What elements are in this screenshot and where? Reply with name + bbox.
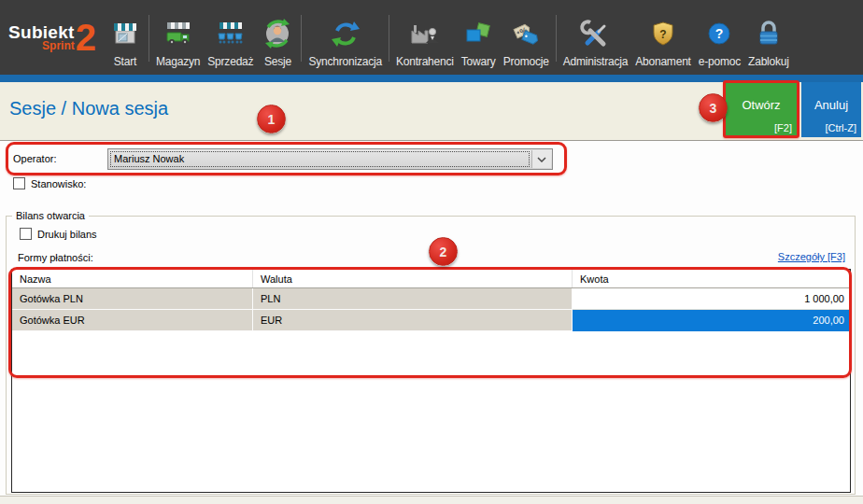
column-header-kwota[interactable]: Kwota — [573, 270, 850, 287]
tools-icon — [578, 16, 612, 53]
toolbar-separator — [301, 15, 302, 62]
truck-store-icon — [162, 16, 195, 53]
toolbar-kontrahenci-label: Kontrahenci — [396, 55, 454, 68]
shield-question-icon: ? — [646, 16, 680, 53]
accent-strip — [0, 75, 863, 82]
toolbar-abonament-label: Abonament — [635, 55, 691, 68]
toolbar-towary-label: Towary — [461, 55, 496, 68]
svg-text:?: ? — [659, 28, 666, 41]
toolbar-administracja-label: Administracja — [563, 55, 628, 68]
open-session-button[interactable]: Otwórz [F2] — [726, 82, 797, 137]
cell-waluta[interactable]: EUR — [253, 310, 573, 331]
payment-forms-table[interactable]: Nazwa Waluta Kwota Gotówka PLN PLN 1 000… — [11, 269, 851, 493]
table-row[interactable]: Gotówka PLN PLN 1 000,00 — [12, 288, 850, 310]
cancel-button-shortcut: [Ctrl-Z] — [825, 122, 856, 133]
toolbar-zablokuj[interactable]: Zablokuj — [744, 0, 793, 75]
price-tags-icon: % — [509, 16, 543, 53]
store-carts-icon — [214, 16, 248, 53]
toolbar-start-label: Start — [114, 55, 136, 68]
user-sync-icon — [261, 16, 294, 53]
svg-text:?: ? — [715, 26, 724, 41]
toolbar-magazyn-label: Magazyn — [156, 55, 200, 68]
szczegoly-link[interactable]: Szczegóły [F3] — [778, 251, 845, 262]
cancel-button[interactable]: Anuluj [Ctrl-Z] — [801, 82, 861, 137]
toolbar-synchronizacja-label: Synchronizacja — [308, 55, 382, 68]
factory-person-icon — [408, 16, 442, 53]
toolbar-towary[interactable]: Towary — [458, 0, 500, 75]
operator-label: Operator: — [13, 153, 56, 164]
cell-waluta[interactable]: PLN — [253, 288, 573, 310]
operator-dropdown-value: Mariusz Nowak — [114, 153, 184, 164]
cancel-button-label: Anuluj — [801, 98, 861, 112]
toolbar-sesje-label: Sesje — [264, 55, 291, 68]
toolbar-kontrahenci[interactable]: Kontrahenci — [392, 0, 458, 75]
cell-kwota[interactable]: 1 000,00 — [573, 288, 850, 310]
app-window: Subiekt Sprint 2 Start — [0, 0, 863, 504]
column-header-nazwa[interactable]: Nazwa — [12, 270, 253, 287]
operator-dropdown[interactable]: Mariusz Nowak — [107, 148, 553, 170]
formy-platnosci-label: Formy płatności: — [18, 252, 93, 263]
annotation-badge-1: 1 — [257, 105, 286, 133]
session-form: Operator: Mariusz Nowak Stanowisko: Bila… — [0, 142, 863, 496]
stanowisko-row: Stanowisko: — [13, 177, 86, 189]
annotation-badge-2: 2 — [429, 237, 458, 266]
stanowisko-checkbox[interactable] — [13, 177, 25, 189]
toolbar-promocje[interactable]: % Promocje — [500, 0, 553, 75]
toolbar-zablokuj-label: Zablokuj — [748, 55, 789, 68]
open-session-button-label: Otwórz — [726, 98, 797, 112]
help-circle-icon: ? — [702, 16, 736, 53]
toolbar-sesje[interactable]: Sesje — [257, 0, 298, 75]
sync-arrows-icon — [329, 16, 362, 53]
toolbar-sprzedaz[interactable]: Sprzedaż — [204, 0, 257, 75]
toolbar-abonament[interactable]: ? Abonament — [631, 0, 695, 75]
toolbar-synchronizacja[interactable]: Synchronizacja — [304, 0, 386, 75]
padlock-icon — [752, 16, 785, 53]
drukuj-bilans-checkbox[interactable] — [20, 228, 32, 240]
toolbar-separator — [389, 15, 389, 62]
toolbar-separator — [556, 15, 557, 62]
cell-nazwa[interactable]: Gotówka EUR — [12, 310, 253, 331]
column-header-waluta[interactable]: Waluta — [253, 270, 573, 287]
toolbar-promocje-label: Promocje — [503, 55, 549, 68]
drukuj-bilans-row: Drukuj bilans — [20, 228, 97, 240]
status-bar — [0, 496, 863, 504]
table-row[interactable]: Gotówka EUR EUR 200,00 — [12, 310, 850, 331]
stanowisko-label: Stanowisko: — [31, 178, 86, 189]
annotation-badge-3: 3 — [699, 93, 728, 122]
cell-nazwa[interactable]: Gotówka PLN — [12, 288, 253, 310]
toolbar-separator — [149, 15, 149, 62]
toolbar-epomoc[interactable]: ? e-pomoc — [695, 0, 744, 75]
cell-kwota-selected[interactable]: 200,00 — [573, 310, 850, 331]
toolbar-magazyn[interactable]: Magazyn — [152, 0, 204, 75]
app-logo: Subiekt Sprint 2 — [0, 0, 105, 75]
chevron-down-icon[interactable] — [531, 150, 551, 168]
main-toolbar: Subiekt Sprint 2 Start — [0, 0, 863, 75]
goods-boxes-icon — [461, 16, 495, 53]
toolbar-sprzedaz-label: Sprzedaż — [207, 55, 253, 68]
page-title: Sesje / Nowa sesja — [9, 98, 168, 119]
storefront-icon — [108, 16, 142, 53]
logo-number: 2 — [76, 21, 96, 54]
open-session-button-shortcut: [F2] — [774, 122, 792, 133]
toolbar-administracja[interactable]: Administracja — [559, 0, 631, 75]
bilans-otwarcia-legend: Bilans otwarcia — [12, 210, 89, 221]
table-header-row: Nazwa Waluta Kwota — [12, 270, 850, 288]
page-header: Sesje / Nowa sesja Otwórz [F2] Anuluj [C… — [0, 82, 863, 141]
toolbar-start[interactable]: Start — [105, 0, 146, 75]
drukuj-bilans-label: Drukuj bilans — [37, 229, 97, 240]
logo-text-sprint: Sprint — [42, 39, 75, 52]
toolbar-epomoc-label: e-pomoc — [699, 55, 741, 68]
